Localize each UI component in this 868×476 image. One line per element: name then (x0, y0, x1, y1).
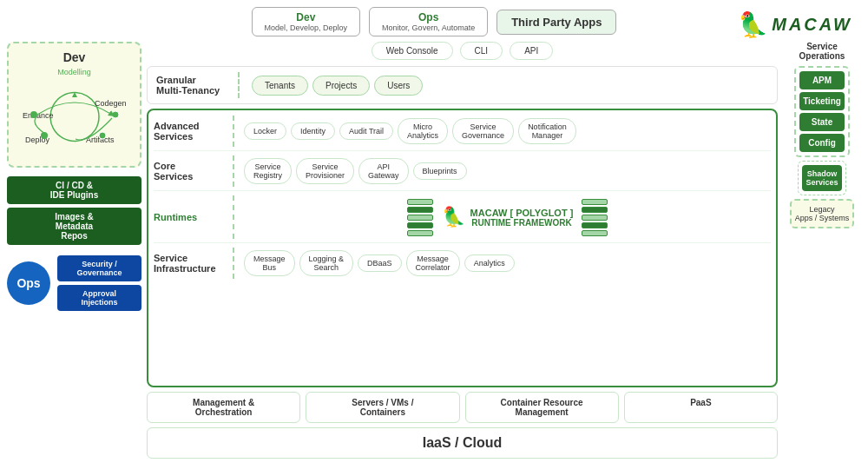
cycle-svg: Enhance Codegen Deploy Artifacts (18, 82, 131, 151)
middle-area: Web Console CLI API Granular Multi-Tenan… (147, 42, 778, 459)
dev-top-subtitle: Model, Develop, Deploy (265, 23, 348, 32)
top-bar: Dev Model, Develop, Deploy Ops Monitor, … (7, 7, 861, 36)
dev-cycle-subtitle: Modelling (16, 68, 133, 76)
console-row: Web Console CLI API (147, 42, 778, 60)
server-bar-1 (407, 199, 433, 205)
main-container: Dev Model, Develop, Deploy Ops Monitor, … (0, 0, 868, 476)
macaw-polyglot-title: MACAW [ POLYGLOT ] (470, 208, 574, 218)
locker-box: Locker (244, 122, 286, 140)
infra-row: Management & Orchestration Servers / VMs… (147, 392, 778, 423)
service-gov-box: Service Governance (452, 118, 514, 144)
third-party-box: Third Party Apps (496, 10, 616, 35)
config-box: Config (799, 134, 845, 152)
advanced-services-label: Advanced Services (154, 121, 223, 142)
server-bar-2 (407, 207, 433, 213)
dev-cycle-box: Dev Modelling Enhance Codegen Deploy Art… (7, 42, 141, 168)
logo: 🦜 macaw (738, 10, 852, 39)
ops-top-title: Ops (382, 11, 475, 23)
message-bus-box: Message Bus (244, 250, 295, 276)
runtimes-row: Runtimes 🦜 (154, 195, 771, 243)
state-box: State (799, 113, 845, 131)
identity-box: Identity (291, 122, 335, 140)
svg-text:Codegen: Codegen (95, 99, 127, 108)
parrot-icon: 🦜 (738, 10, 768, 39)
security-gov-box: Security / Governance (57, 255, 141, 281)
server-bar-r5 (582, 230, 608, 236)
ci-cd-section: CI / CD & IDE Plugins Images & Metadata … (7, 176, 141, 245)
api-box: API (510, 42, 553, 60)
macaw-polyglot-icon: 🦜 (442, 206, 465, 228)
svg-point-4 (30, 111, 37, 118)
paas-box: PaaS (624, 392, 778, 423)
macaw-polyglot-subtitle: RUNTIME FRAMEWORK (470, 218, 574, 228)
approval-box: Approval Injections (57, 285, 141, 311)
runtimes-label: Runtimes (154, 212, 223, 222)
tenancy-items: Tenants Projects Users (252, 76, 423, 96)
server-bar-5 (407, 230, 433, 236)
advanced-services-row: Advanced Services Locker Identity Audit … (154, 116, 771, 151)
granular-label: Granular Multi-Tenancy (156, 75, 226, 96)
ops-right-boxes: Security / Governance Approval Injection… (57, 255, 141, 311)
dashed-separator-1 (238, 72, 240, 98)
apm-box: APM (799, 71, 845, 89)
dev-top-box: Dev Model, Develop, Deploy (252, 7, 361, 36)
ci-cd-box: CI / CD & IDE Plugins (7, 176, 141, 204)
server-bar-r4 (582, 222, 608, 228)
web-console-box: Web Console (372, 42, 453, 60)
shadow-services-bracket: Shadow Services (798, 161, 845, 195)
logging-search-box: Logging & Search (299, 250, 354, 276)
cycle-diagram: Enhance Codegen Deploy Artifacts (16, 82, 133, 151)
legacy-box: Legacy Apps / Systems (790, 199, 855, 228)
tenants-box: Tenants (252, 76, 308, 96)
server-bar-r3 (582, 215, 608, 221)
core-separator (233, 155, 234, 187)
ops-top-box: Ops Monitor, Govern, Automate (369, 7, 488, 36)
iaas-box: IaaS / Cloud (147, 427, 778, 459)
projects-box: Projects (312, 76, 370, 96)
advanced-services-items: Locker Identity Audit Trail Micro Analyt… (244, 118, 576, 144)
runtime-separator (233, 195, 234, 239)
left-side: Dev Modelling Enhance Codegen Deploy Art… (7, 42, 141, 459)
service-provisioner-box: Service Provisioner (296, 158, 354, 184)
service-infra-row: Service Infrastructure Message Bus Loggi… (154, 248, 771, 282)
dev-top-title: Dev (265, 11, 348, 23)
server-stack-left (407, 199, 433, 236)
server-bar-r2 (582, 207, 608, 213)
container-resource-box: Container Resource Management (465, 392, 619, 423)
runtimes-content: 🦜 MACAW [ POLYGLOT ] RUNTIME FRAMEWORK (244, 199, 771, 236)
ops-circle: Ops (7, 261, 50, 305)
blueprints-box: Blueprints (413, 162, 467, 180)
management-box: Management & Orchestration (147, 392, 300, 423)
server-stack-right (582, 199, 608, 236)
macaw-polyglot-text: MACAW [ POLYGLOT ] RUNTIME FRAMEWORK (470, 208, 574, 228)
ops-top-subtitle: Monitor, Govern, Automate (382, 23, 475, 32)
svg-point-7 (99, 132, 106, 139)
users-box: Users (374, 76, 423, 96)
svg-point-5 (112, 111, 119, 118)
granular-row: Granular Multi-Tenancy Tenants Projects … (147, 66, 778, 104)
notification-manager-box: Notification Manager (518, 118, 576, 144)
api-gateway-box: API Gateway (358, 158, 409, 184)
audit-trail-box: Audit Trail (339, 122, 393, 140)
micro-analytics-box: Micro Analytics (398, 118, 448, 144)
platform-box: Advanced Services Locker Identity Audit … (147, 109, 778, 387)
images-repos-box: Images & Metadata Repos (7, 208, 141, 245)
server-bar-4 (407, 222, 433, 228)
service-ops-title: Service Operations (799, 42, 845, 61)
servers-box: Servers / VMs / Containers (306, 392, 459, 423)
core-services-items: Service Registry Service Provisioner API… (244, 158, 467, 184)
infra-separator (233, 248, 234, 279)
message-correlator-box: Message Correlator (406, 250, 460, 276)
server-bar-3 (407, 215, 433, 221)
content-area: Dev Modelling Enhance Codegen Deploy Art… (7, 42, 861, 459)
service-infra-items: Message Bus Logging & Search DBaaS Messa… (244, 250, 515, 276)
adv-separator (233, 116, 234, 147)
core-services-row: Core Services Service Registry Service P… (154, 155, 771, 191)
ops-section: Ops Security / Governance Approval Injec… (7, 255, 141, 311)
server-bar-r1 (582, 199, 608, 205)
svg-text:Enhance: Enhance (23, 111, 54, 120)
ticketing-box: Ticketing (799, 92, 845, 110)
service-registry-box: Service Registry (244, 158, 292, 184)
macaw-polyglot: 🦜 MACAW [ POLYGLOT ] RUNTIME FRAMEWORK (442, 206, 574, 228)
service-ops-bracket: APM Ticketing State Config (794, 66, 850, 157)
